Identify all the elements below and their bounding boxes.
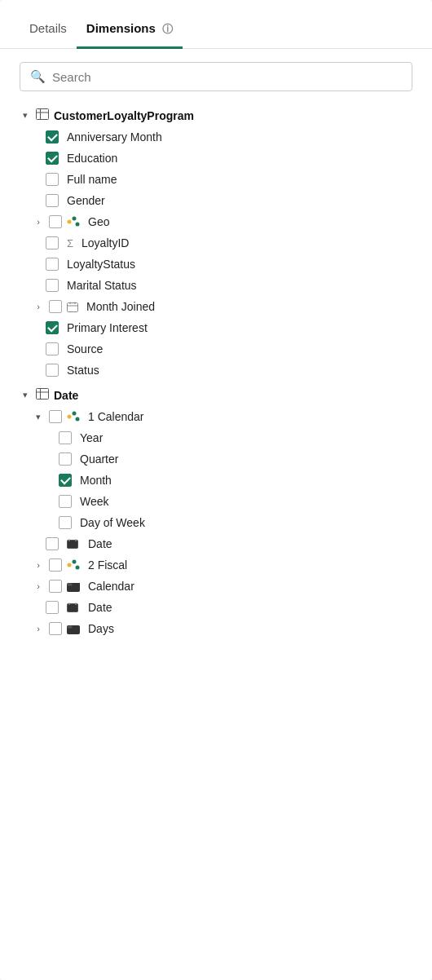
darkfolder-icon-calendar (67, 581, 80, 592)
group-row-customer-loyalty[interactable]: ▾ CustomerLoyaltyProgram (0, 104, 432, 126)
checkbox-2fiscal[interactable] (49, 558, 62, 572)
chevron-icon-geo: › (33, 217, 44, 227)
dateflat-icon-2 (67, 603, 78, 612)
subgroup-row-calendar[interactable]: › Calendar (0, 576, 432, 597)
checkbox-source[interactable] (46, 342, 59, 355)
list-item-anniversary-month[interactable]: Anniversary Month (0, 126, 432, 148)
subgroup-row-1calendar[interactable]: ▾ 1 Calendar (0, 406, 432, 427)
hierarchy-icon-1calendar (67, 411, 80, 422)
list-item-geo[interactable]: › Geo (0, 211, 432, 232)
list-item-month[interactable]: Month (0, 470, 432, 491)
tab-dimensions[interactable]: Dimensions ⓘ (77, 13, 183, 49)
field-label-1calendar: 1 Calendar (88, 410, 144, 423)
calendar-icon-month-joined (67, 302, 78, 312)
checkbox-month-joined[interactable] (49, 300, 62, 313)
field-label-loyalty-status: LoyaltyStatus (67, 258, 135, 271)
checkbox-education[interactable] (46, 152, 59, 165)
chevron-icon-month-joined: › (33, 302, 44, 311)
search-box[interactable]: 🔍 (20, 62, 412, 91)
svg-point-21 (76, 566, 80, 570)
subgroup-row-2fiscal[interactable]: › 2 Fiscal (0, 554, 432, 576)
list-item-day-of-week[interactable]: Day of Week (0, 512, 432, 533)
list-item-status[interactable]: Status (0, 360, 432, 381)
svg-point-14 (73, 412, 77, 416)
sigma-icon-loyalty-id: Σ (67, 237, 73, 249)
hierarchy-icon-geo (67, 216, 80, 227)
field-label-month: Month (80, 474, 112, 487)
list-item-date-flat1[interactable]: Date (0, 533, 432, 554)
list-item-gender[interactable]: Gender (0, 190, 432, 211)
checkbox-quarter[interactable] (59, 452, 72, 466)
checkbox-days[interactable] (49, 622, 62, 635)
field-label-quarter: Quarter (80, 452, 118, 466)
checkbox-year[interactable] (59, 431, 72, 444)
svg-point-15 (76, 417, 80, 422)
checkbox-anniversary-month[interactable] (46, 130, 59, 143)
list-item-primary-interest[interactable]: Primary Interest (0, 317, 432, 338)
svg-point-5 (76, 223, 80, 227)
tree: ▾ CustomerLoyaltyProgram Anniversary Mon… (0, 104, 432, 642)
checkbox-date-flat2[interactable] (46, 601, 59, 614)
checkbox-loyalty-id[interactable] (46, 236, 59, 249)
list-item-date-flat2[interactable]: Date (0, 597, 432, 618)
group-row-date[interactable]: ▾ Date (0, 384, 432, 406)
list-item-year[interactable]: Year (0, 427, 432, 448)
group-date: ▾ Date ▾ (0, 384, 432, 639)
chevron-icon-customer: ▾ (20, 110, 31, 121)
table-icon-customer (36, 108, 49, 122)
checkbox-1calendar[interactable] (49, 410, 62, 423)
search-container: 🔍 (0, 62, 432, 91)
checkbox-loyalty-status[interactable] (46, 258, 59, 271)
checkbox-geo[interactable] (49, 215, 62, 228)
list-item-source[interactable]: Source (0, 338, 432, 360)
list-item-education[interactable]: Education (0, 148, 432, 169)
checkbox-calendar2[interactable] (49, 580, 62, 593)
svg-rect-0 (37, 109, 49, 120)
field-label-days: Days (88, 622, 114, 635)
list-item-quarter[interactable]: Quarter (0, 448, 432, 470)
svg-point-19 (68, 563, 72, 567)
list-item-loyalty-status[interactable]: LoyaltyStatus (0, 254, 432, 275)
tabs-bar: Details Dimensions ⓘ (0, 13, 432, 49)
tab-details[interactable]: Details (20, 13, 77, 49)
svg-rect-28 (68, 625, 73, 628)
subgroup-row-days[interactable]: › Days (0, 618, 432, 639)
svg-point-4 (73, 217, 77, 221)
darkfolder-icon-days (67, 624, 80, 634)
svg-point-13 (68, 415, 72, 419)
checkbox-week[interactable] (59, 495, 72, 508)
checkbox-marital-status[interactable] (46, 279, 59, 292)
checkbox-day-of-week[interactable] (59, 516, 72, 529)
field-label-marital-status: Marital Status (67, 279, 137, 292)
tab-info-icon: ⓘ (162, 23, 173, 35)
checkbox-full-name[interactable] (46, 173, 59, 186)
svg-rect-6 (68, 302, 78, 311)
field-label-primary-interest: Primary Interest (67, 321, 148, 334)
svg-rect-23 (68, 583, 73, 585)
search-input[interactable] (52, 70, 402, 84)
checkbox-gender[interactable] (46, 194, 59, 207)
field-label-education: Education (67, 152, 117, 165)
field-label-gender: Gender (67, 194, 105, 207)
chevron-icon-2fiscal: › (33, 560, 44, 570)
field-label-month-joined: Month Joined (86, 300, 155, 313)
field-label-status: Status (67, 364, 99, 377)
field-label-year: Year (80, 431, 103, 444)
field-label-date-flat2: Date (88, 601, 112, 614)
checkbox-primary-interest[interactable] (46, 321, 59, 334)
list-item-full-name[interactable]: Full name (0, 169, 432, 190)
field-label-calendar2: Calendar (88, 580, 134, 593)
dateflat-icon-1 (67, 539, 78, 549)
group-customer-loyalty-program: ▾ CustomerLoyaltyProgram Anniversary Mon… (0, 104, 432, 381)
list-item-month-joined[interactable]: › Month Joined (0, 296, 432, 317)
field-label-full-name: Full name (67, 173, 117, 186)
checkbox-status[interactable] (46, 364, 59, 377)
checkbox-month[interactable] (59, 474, 72, 487)
panel: Details Dimensions ⓘ 🔍 ▾ (0, 0, 432, 980)
svg-point-3 (68, 220, 72, 224)
list-item-loyalty-id[interactable]: Σ LoyaltyID (0, 232, 432, 254)
field-label-2fiscal: 2 Fiscal (88, 558, 127, 572)
list-item-marital-status[interactable]: Marital Status (0, 275, 432, 296)
list-item-week[interactable]: Week (0, 491, 432, 512)
checkbox-date-flat1[interactable] (46, 537, 59, 550)
